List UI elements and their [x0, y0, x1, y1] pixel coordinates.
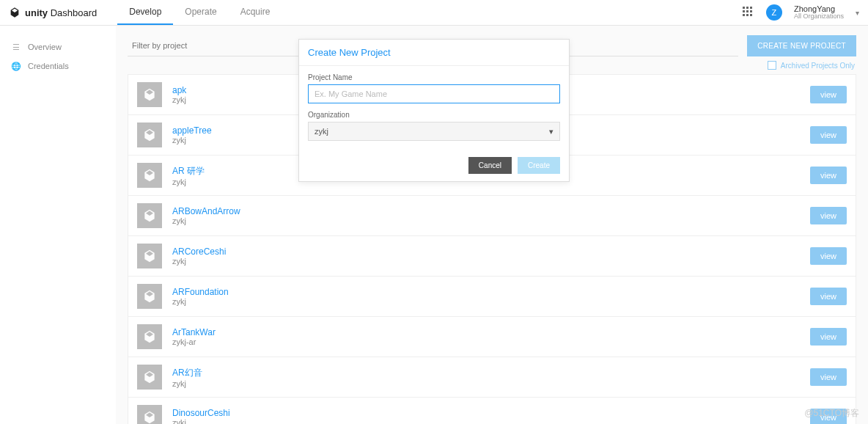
- project-name-link[interactable]: ArTankWar: [172, 327, 216, 337]
- project-name-input[interactable]: [308, 84, 560, 103]
- tab-develop[interactable]: Develop: [117, 0, 173, 25]
- unity-project-icon: [137, 405, 162, 424]
- organization-value: zykj: [315, 127, 328, 136]
- view-button[interactable]: view: [810, 126, 847, 144]
- nav-tabs: Develop Operate Acquire: [117, 0, 282, 25]
- globe-icon: 🌐: [12, 62, 21, 70]
- create-button[interactable]: Create: [518, 157, 560, 174]
- project-row: ArTankWarzykj-arview: [128, 317, 856, 357]
- project-row: ARBowAndArrowzykjview: [128, 196, 856, 236]
- project-org: zykj: [172, 257, 226, 266]
- sidebar-item-label: Credentials: [28, 62, 69, 70]
- unity-project-icon: [137, 244, 162, 268]
- unity-project-icon: [137, 163, 162, 188]
- project-name-link[interactable]: appleTree: [172, 125, 212, 136]
- tab-acquire[interactable]: Acquire: [229, 0, 282, 25]
- modal-title: Create New Project: [299, 40, 569, 66]
- brand-text: unity Dashboard: [25, 7, 97, 18]
- create-project-modal: Create New Project Project Name Organiza…: [298, 39, 570, 182]
- organization-label: Organization: [308, 111, 560, 119]
- project-org: zykj: [172, 95, 186, 104]
- project-name-link[interactable]: apk: [172, 85, 186, 95]
- view-button[interactable]: view: [810, 207, 847, 224]
- chevron-down-icon[interactable]: ▾: [856, 9, 859, 17]
- unity-project-icon: [137, 324, 162, 349]
- project-row: ARCoreCeshizykjview: [128, 236, 856, 277]
- view-button[interactable]: view: [810, 409, 847, 424]
- logo-area: unity Dashboard: [9, 7, 97, 18]
- project-org: zykj-ar: [172, 337, 216, 346]
- project-org: zykj: [172, 379, 202, 388]
- archived-checkbox[interactable]: [768, 61, 776, 70]
- project-name-link[interactable]: ARFoundation: [172, 287, 229, 297]
- unity-project-icon: [137, 82, 162, 107]
- apps-grid-icon[interactable]: [743, 7, 754, 18]
- overview-icon: ☰: [12, 43, 21, 51]
- unity-project-icon: [137, 284, 162, 309]
- project-org: zykj: [172, 297, 229, 306]
- project-name-link[interactable]: DinosourCeshi: [172, 408, 230, 418]
- avatar[interactable]: Z: [766, 4, 782, 21]
- unity-project-icon: [137, 123, 162, 147]
- project-org: zykj: [172, 418, 230, 424]
- project-name-link[interactable]: AR 研学: [172, 165, 205, 178]
- unity-project-icon: [137, 365, 162, 390]
- project-org: zykj: [172, 216, 240, 225]
- sidebar-item-label: Overview: [28, 43, 62, 51]
- project-name-link[interactable]: ARCoreCeshi: [172, 246, 226, 257]
- user-org-scope: All Organizations: [794, 13, 844, 21]
- sidebar-item-credentials[interactable]: 🌐 Credentials: [9, 56, 107, 76]
- project-org: zykj: [172, 178, 205, 186]
- project-row: AR幻音zykjview: [128, 357, 856, 398]
- project-name-label: Project Name: [308, 73, 560, 81]
- project-org: zykj: [172, 136, 212, 145]
- cancel-button[interactable]: Cancel: [468, 157, 512, 174]
- view-button[interactable]: view: [810, 86, 847, 103]
- view-button[interactable]: view: [810, 368, 847, 386]
- project-name-link[interactable]: ARBowAndArrow: [172, 206, 240, 216]
- unity-project-icon: [137, 203, 162, 228]
- header-right: Z ZhongYang All Organizations ▾: [743, 4, 859, 21]
- header: unity Dashboard Develop Operate Acquire …: [0, 0, 868, 26]
- view-button[interactable]: view: [810, 288, 847, 305]
- tab-operate[interactable]: Operate: [173, 0, 228, 25]
- create-new-project-button[interactable]: CREATE NEW PROJECT: [747, 35, 856, 56]
- chevron-down-icon: ▾: [549, 127, 553, 136]
- view-button[interactable]: view: [810, 247, 847, 265]
- project-row: ARFoundationzykjview: [128, 277, 856, 317]
- unity-logo-icon: [9, 7, 21, 18]
- archived-label: Archived Projects Only: [781, 62, 855, 70]
- view-button[interactable]: view: [810, 167, 847, 184]
- view-button[interactable]: view: [810, 328, 847, 346]
- sidebar: ☰ Overview 🌐 Credentials: [0, 26, 116, 424]
- organization-select[interactable]: zykj ▾: [308, 122, 560, 141]
- user-info[interactable]: ZhongYang All Organizations: [794, 4, 844, 21]
- project-row: DinosourCeshizykjview: [128, 398, 856, 424]
- project-name-link[interactable]: AR幻音: [172, 367, 202, 379]
- sidebar-item-overview[interactable]: ☰ Overview: [9, 37, 107, 56]
